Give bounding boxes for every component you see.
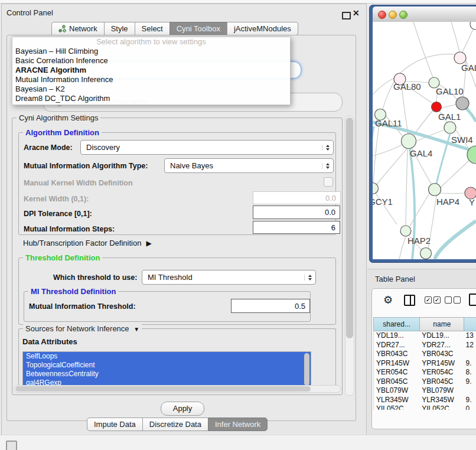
network-edge [435,221,476,259]
data-attribute-item[interactable]: TopologicalCoefficient [23,361,311,370]
network-node[interactable] [470,22,476,30]
bottom-tab-impute-data[interactable]: Impute Data [87,418,143,431]
network-node[interactable] [454,52,466,64]
tab-style[interactable]: Style [104,22,135,35]
table-row[interactable]: YIL052CYIL052C0. [374,405,476,410]
algorithm-option[interactable]: Mutual Information Inference [12,75,290,84]
network-node[interactable] [402,134,416,149]
table-panel: Table Panel ⚙ ✓ ✓ shared...name YDL19...… [367,269,476,435]
cyni-toolbox-panel: Inference Algorithm galFiltered.sif defa… [6,35,356,421]
tab-label: Impute Data [94,418,136,431]
network-node[interactable] [373,183,379,194]
bottom-tab-infer-network[interactable]: Infer Network [208,418,268,431]
table-cell: YPR145W [419,359,463,369]
mi-threshold-input[interactable]: 0.5 [231,299,310,313]
kernel-width-input[interactable]: 0.0 [253,191,341,204]
minimize-traffic-light-icon[interactable] [389,11,397,19]
table-cell: YBR043C [374,350,419,359]
gear-icon[interactable]: ⚙ [383,294,393,306]
table-row[interactable]: YER054CYER054C8. [374,368,476,377]
network-node-label: GAL80 [393,81,421,92]
network-node[interactable] [429,184,441,196]
mi-algorithm-type-value: Naive Bayes [170,161,318,170]
algorithm-dropdown-popup: Select algorithm to view settings Bayesi… [12,37,291,105]
network-canvas[interactable]: GAL7GAL80GAL10GAL1SWI4GAL11GAL4GCY1HAP4Y… [373,22,476,259]
aracne-mode-label: Aracne Mode: [24,144,73,152]
network-node[interactable] [432,102,442,112]
hub-definition-toggle[interactable]: Hub/Transcription Factor Definition▶ [23,239,152,247]
table-row[interactable]: YBL079WYBL079W [374,386,476,396]
deselect-all-icon[interactable] [445,296,461,304]
network-node[interactable] [444,122,456,133]
columns-icon[interactable] [404,295,415,306]
mi-algorithm-type-select[interactable]: Naive Bayes [164,158,334,173]
checked-box-icon: ✓ [433,296,441,304]
table-row[interactable]: YBR043CYBR043C [374,350,476,359]
algorithm-option[interactable]: Bayesian – Hill Climbing [12,47,290,56]
float-window-icon[interactable] [342,12,351,19]
table-cell: YLR345W [374,396,419,405]
bottom-tab-discretize-data[interactable]: Discretize Data [142,418,208,431]
mi-threshold-label: Mutual Information Threshold: [29,302,136,311]
table-row[interactable]: YBR045CYBR045C9. [374,377,476,387]
tab-label: Infer Network [215,418,260,431]
manual-kernel-width-label: Manual Kernel Width Definition [24,179,133,187]
apply-button[interactable]: Apply [161,402,204,416]
tab-jactivemnodules[interactable]: jActiveMNodules [227,22,298,35]
attribute-list-scrollbar[interactable] [304,353,309,386]
document-icon[interactable] [469,294,476,306]
network-node[interactable] [456,97,469,110]
mi-algorithm-type-label: Mutual Information Algorithm Type: [24,162,148,170]
tab-cyni-toolbox[interactable]: Cyni Toolbox [169,22,227,35]
table-cell: YBL079W [374,386,419,396]
column-header[interactable]: name [420,317,464,331]
tab-label: jActiveMNodules [234,22,291,35]
network-window-titlebar[interactable] [373,6,476,22]
mi-steps-label: Mutual Information Steps: [24,225,115,233]
table-row[interactable]: YDR27...YDR27...12 [374,341,476,350]
desktop-bottom-strip [0,435,476,450]
table-row[interactable]: YLR345WYLR345W9. [374,396,476,405]
settings-vertical-scrollbar-thumb[interactable] [346,118,353,338]
algorithm-definition-group: Algorithm Definition Aracne Mode: Discov… [18,132,336,235]
algorithm-option[interactable]: ARACNE Algorithm [12,66,290,75]
tab-network[interactable]: Network [51,22,105,35]
column-header[interactable] [464,317,476,331]
table-cell: YIL052C [374,405,419,410]
table-row[interactable]: YPR145WYPR145W9. [374,359,476,369]
close-traffic-light-icon[interactable] [378,11,386,19]
aracne-mode-select[interactable]: Discovery [80,140,334,155]
settings-horizontal-scrollbar[interactable] [14,385,341,393]
network-node-label: GAL10 [436,86,464,96]
tab-select[interactable]: Select [135,22,170,35]
which-threshold-select[interactable]: MI Threshold [142,270,316,285]
algorithm-option[interactable]: Dream8 DC_TDC Algorithm [12,94,290,103]
background-window-icon[interactable] [6,441,17,450]
select-all-icon[interactable]: ✓ ✓ [425,296,441,304]
network-node[interactable] [420,248,432,259]
network-icon [58,25,66,32]
algorithm-option-list: Bayesian – Hill ClimbingBasic Correlatio… [12,47,290,103]
data-attribute-item[interactable]: SelfLoops [23,352,311,361]
algorithm-option[interactable]: Bayesian – K2 [12,84,290,94]
which-threshold-label: Which threshold to use: [53,273,137,282]
network-node[interactable] [400,226,411,236]
network-node-label: GAL1 [438,112,461,122]
bottom-tab-bar: Impute DataDiscretize DataInfer Network [87,418,268,431]
zoom-traffic-light-icon[interactable] [399,11,407,19]
settings-horizontal-scrollbar-thumb[interactable] [15,386,311,392]
dpi-tolerance-input[interactable]: 0.0 [253,206,340,219]
table-row[interactable]: YDL19...YDL19...13 [374,331,476,341]
algorithm-option[interactable]: Basic Correlation Inference [12,56,290,66]
collapse-down-icon[interactable]: ▼ [133,326,139,332]
close-icon[interactable]: ✕ [353,8,360,18]
data-attributes-label: Data Attributes [22,337,77,346]
settings-vertical-scrollbar[interactable] [345,116,354,396]
table-cell: 8. [463,368,476,377]
mi-steps-input[interactable]: 6 [253,221,340,234]
table-panel-title: Table Panel [375,275,415,283]
table-cell: YIL052C [419,405,463,410]
manual-kernel-width-checkbox[interactable] [324,177,333,187]
column-header[interactable]: shared... [373,317,420,331]
data-attribute-item[interactable]: BetweennessCentrality [23,370,311,379]
